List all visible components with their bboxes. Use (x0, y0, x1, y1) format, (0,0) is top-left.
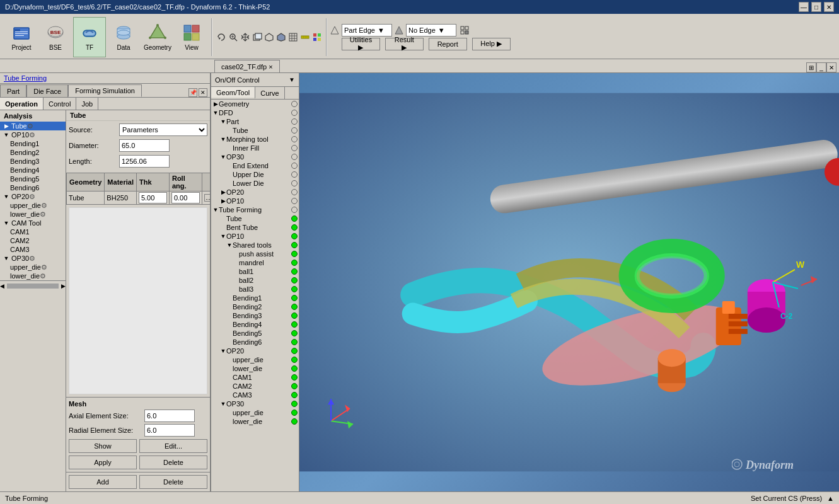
apply-button[interactable]: Apply (69, 455, 137, 469)
tree-item-bending1[interactable]: Bending1 (8, 139, 66, 148)
utilities-button[interactable]: Utilities ▶ (342, 38, 380, 50)
row-edit-icon[interactable]: ... (204, 194, 210, 202)
node-inner-fill[interactable]: Inner Fill (211, 144, 299, 152)
op-tab-job[interactable]: Job (76, 98, 98, 110)
part-edge-dropdown[interactable]: Part Edge ▼ (342, 24, 392, 37)
no-edge-dropdown[interactable]: No Edge ▼ (406, 24, 456, 37)
tree-scrollbar[interactable]: ◀ ▶ (0, 280, 66, 290)
node-tube-tf[interactable]: Tube (211, 214, 299, 223)
project-button[interactable]: Project (5, 17, 38, 57)
maximize-button[interactable]: □ (811, 2, 821, 12)
axial-input[interactable] (144, 410, 195, 422)
node-bending1-tf[interactable]: Bending1 (211, 294, 299, 302)
cell-thk[interactable] (136, 192, 169, 205)
node-op20-tf[interactable]: ▼ OP20 (211, 346, 299, 355)
node-upper-die-op30-tf[interactable]: upper_die (211, 408, 299, 417)
node-bent-tube[interactable]: Bent Tube (211, 223, 299, 232)
node-lower-die-op30-tf[interactable]: lower_die (211, 417, 299, 426)
pan-icon[interactable] (240, 32, 251, 43)
ruler-icon[interactable] (299, 32, 311, 43)
tree-item-op10[interactable]: ▼ OP10 (0, 130, 66, 139)
node-push-assist[interactable]: push assist (211, 249, 299, 258)
minimize-button[interactable]: — (799, 2, 809, 12)
thk-input[interactable] (139, 192, 167, 203)
edit-button[interactable]: Edit... (139, 439, 207, 453)
geom-tool-tab[interactable]: Geom/Tool (211, 87, 255, 99)
node-cam2-tf[interactable]: CAM2 (211, 382, 299, 391)
delete-button[interactable]: Delete (139, 455, 207, 469)
report-button[interactable]: Report (429, 38, 467, 50)
tree-item-lower-die-op20[interactable]: lower_die (8, 210, 66, 219)
node-cam1-tf[interactable]: CAM1 (211, 373, 299, 382)
node-op10-dfd[interactable]: ▶ OP10 (211, 197, 299, 205)
node-bending2-tf[interactable]: Bending2 (211, 302, 299, 311)
node-bending6-tf[interactable]: Bending6 (211, 338, 299, 346)
node-upper-die-dfd[interactable]: Upper Die (211, 170, 299, 179)
tree-item-cam-tool[interactable]: ▼ CAM Tool (0, 219, 66, 227)
file-tab-case02[interactable]: case02_TF.dfp × (214, 60, 280, 72)
node-lower-die-dfd[interactable]: Lower Die (211, 179, 299, 188)
scroll-track[interactable] (7, 284, 59, 289)
node-upper-die-op20-tf[interactable]: upper_die (211, 355, 299, 364)
tree-item-bending2[interactable]: Bending2 (8, 148, 66, 157)
node-bending4-tf[interactable]: Bending4 (211, 320, 299, 329)
node-ball3[interactable]: ball3 (211, 285, 299, 294)
node-op20-dfd[interactable]: ▶ OP20 (211, 188, 299, 197)
node-op30-dfd[interactable]: ▼ OP30 (211, 152, 299, 161)
node-mandrel[interactable]: mandrel (211, 258, 299, 267)
panel-close-button[interactable]: ✕ (199, 88, 207, 97)
tree-item-bending5[interactable]: Bending5 (8, 175, 66, 183)
tab-part[interactable]: Part (0, 84, 26, 97)
node-op10-tf[interactable]: ▼ OP10 (211, 232, 299, 241)
box-icon[interactable] (252, 32, 263, 43)
zoom-icon[interactable] (228, 32, 239, 43)
add-button[interactable]: Add (69, 475, 137, 489)
op-tab-operation[interactable]: Operation (0, 98, 43, 110)
radial-input[interactable] (144, 424, 195, 437)
tree-item-bending6[interactable]: Bending6 (8, 183, 66, 192)
tab-die-face[interactable]: Die Face (26, 84, 68, 97)
help-button[interactable]: Help ▶ (472, 38, 511, 50)
shade-icon[interactable] (275, 32, 287, 43)
close-button[interactable]: ✕ (824, 2, 834, 12)
tree-item-tube[interactable]: ▶ Tube (0, 122, 66, 130)
view-button[interactable]: View (175, 17, 208, 57)
rotate-icon[interactable] (216, 32, 227, 43)
node-bending3-tf[interactable]: Bending3 (211, 311, 299, 320)
color-icon[interactable] (311, 32, 323, 43)
node-dfd[interactable]: ▼ DFD (211, 108, 299, 117)
tree-item-lower-die-op30[interactable]: lower_die (8, 272, 66, 280)
node-morphing[interactable]: ▼ Morphing tool (211, 135, 299, 144)
bse-button[interactable]: BSE BSE (39, 17, 72, 57)
minimize-viewport-icon[interactable]: _ (816, 62, 826, 72)
cell-roll-ang[interactable] (169, 192, 202, 205)
wire-icon[interactable] (263, 32, 275, 43)
tree-item-upper-die-op30[interactable]: upper_die (8, 263, 66, 272)
tree-item-cam2[interactable]: CAM2 (8, 236, 66, 245)
node-cam3-tf[interactable]: CAM3 (211, 391, 299, 399)
diameter-input[interactable] (119, 139, 170, 152)
tree-item-bending4[interactable]: Bending4 (8, 166, 66, 175)
panel-pin-button[interactable]: 📌 (188, 88, 197, 97)
tree-item-op20[interactable]: ▼ OP20 (0, 192, 66, 201)
node-shared-tools[interactable]: ▼ Shared tools (211, 241, 299, 249)
restore-viewport-icon[interactable]: ⊞ (806, 62, 816, 72)
data-button[interactable]: Data (107, 17, 140, 57)
roll-ang-input[interactable] (171, 192, 200, 203)
mesh-icon[interactable] (287, 32, 299, 43)
node-geometry[interactable]: ▶ Geometry (211, 100, 299, 108)
source-dropdown[interactable]: Parameters (119, 123, 207, 136)
node-bending5-tf[interactable]: Bending5 (211, 329, 299, 338)
tab-forming-simulation[interactable]: Forming Simulation (68, 84, 142, 97)
3d-viewport[interactable]: W C-2 (299, 73, 839, 491)
close-viewport-icon[interactable]: ✕ (826, 62, 836, 72)
on-off-dropdown[interactable]: ▼ (289, 76, 295, 83)
node-tube-dfd[interactable]: Tube (211, 126, 299, 135)
delete-main-button[interactable]: Delete (139, 475, 207, 489)
node-lower-die-op20-tf[interactable]: lower_die (211, 364, 299, 373)
node-part[interactable]: ▼ Part (211, 117, 299, 126)
node-ball1[interactable]: ball1 (211, 267, 299, 276)
tree-item-upper-die-op20[interactable]: upper_die (8, 201, 66, 210)
op-tab-control[interactable]: Control (43, 98, 76, 110)
tree-item-op30[interactable]: ▼ OP30 (0, 254, 66, 263)
